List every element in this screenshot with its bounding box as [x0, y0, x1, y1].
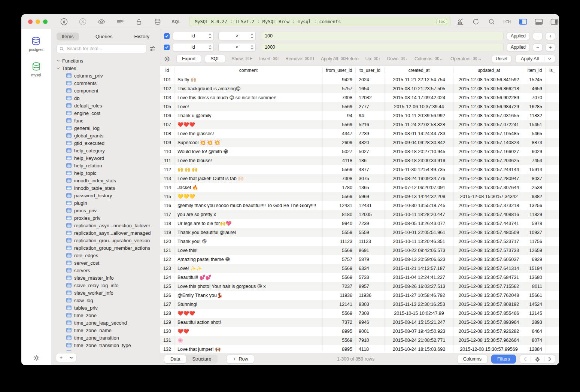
disconnect-icon[interactable]	[78, 17, 87, 26]
cell-to_user_id[interactable]: 1365	[356, 183, 385, 192]
cell-created_at[interactable]: 2015-08-07 19:43:50.923	[385, 327, 454, 336]
cell-comment[interactable]: Would love to! @mith 😁	[174, 147, 323, 156]
remove-filter-button[interactable]: −	[533, 32, 543, 40]
cell-to_user_id[interactable]: 7308	[356, 309, 385, 318]
filter-column-select[interactable]: id	[173, 32, 214, 40]
cell-item_id[interactable]: 2893	[524, 318, 546, 327]
cell-from_user_id[interactable]: 5569	[323, 165, 356, 174]
tree-group-functions[interactable]: Functions	[51, 57, 160, 64]
sidebar-table-item[interactable]: global_grants	[51, 132, 160, 139]
column-header-item_id[interactable]: item_id	[524, 67, 546, 73]
cell-updated_at[interactable]: 2015-12-08 15:30:56.902289	[454, 93, 524, 102]
apply-all-menu-button[interactable]	[544, 58, 555, 60]
cell-to_user_id[interactable]: 11936	[356, 291, 385, 300]
measure-icon[interactable]	[503, 17, 512, 26]
cell-comment[interactable]: Jacket 🔥	[174, 183, 323, 192]
sidebar-table-item[interactable]: time_zone	[51, 312, 160, 319]
search-input[interactable]	[66, 46, 143, 52]
sidebar-table-item[interactable]: help_relation	[51, 162, 160, 169]
sidebar-table-item[interactable]: general_log	[51, 124, 160, 132]
tab-items[interactable]: Items	[57, 33, 79, 40]
cell-from_user_id[interactable]: 5569	[323, 309, 356, 318]
cell-id[interactable]: 117	[160, 210, 174, 219]
sidebar-table-item[interactable]: server_cost	[51, 259, 160, 267]
cell-updated_at[interactable]: 2015-12-08 15:30:57.762048	[454, 291, 524, 300]
cell-comment[interactable]: Supercool 💥 💥 💥	[174, 138, 323, 147]
cell-comment[interactable]: Love this photo! Your hair is gorgeous 😘…	[174, 282, 323, 291]
gear-icon[interactable]	[531, 355, 544, 363]
cell-id[interactable]: 118	[160, 219, 174, 228]
cell-created_at[interactable]: 2015-09-13 14:44:32.209	[385, 192, 454, 201]
table-row[interactable]: 118Ur legs are to die for🙌💖994072392015-…	[160, 219, 559, 228]
prev-page-button[interactable]	[520, 355, 531, 363]
eye-icon[interactable]	[97, 17, 106, 26]
add-item-menu-button[interactable]	[66, 353, 76, 362]
connection-postgres[interactable]: postgres	[29, 36, 43, 52]
cell-is[interactable]	[546, 246, 559, 255]
table-row[interactable]: 129Beautiful action shot!737299462015-08…	[160, 318, 559, 327]
cell-id[interactable]: 125	[160, 282, 174, 291]
cell-to_user_id[interactable]: 5559	[356, 228, 385, 237]
cell-updated_at[interactable]: 2015-12-08 15:30:57.408816	[454, 210, 524, 219]
cell-to_user_id[interactable]: 8957	[356, 282, 385, 291]
table-row[interactable]: 105Love!556927772015-12-06 10:37:39.4420…	[160, 102, 559, 111]
cell-item_id[interactable]: 13680	[524, 273, 546, 282]
cell-updated_at[interactable]: 2015-12-08 15:30:57.573733	[454, 246, 524, 255]
cell-comment[interactable]: Thank u @emily	[174, 111, 323, 120]
cell-to_user_id[interactable]: 3075	[356, 174, 385, 183]
add-filter-button[interactable]: +	[546, 32, 555, 40]
cell-item_id[interactable]: 15451	[524, 120, 546, 129]
cell-id[interactable]: 120	[160, 237, 174, 246]
cell-from_user_id[interactable]: 7308	[323, 93, 356, 102]
cell-item_id[interactable]: 12145	[524, 309, 546, 318]
cell-is[interactable]	[546, 327, 559, 336]
sliders-icon[interactable]	[149, 46, 155, 51]
cell-item_id[interactable]: 14524	[524, 300, 546, 309]
cell-updated_at[interactable]: 2015-12-08 15:30:57.280947	[454, 174, 524, 183]
sidebar-table-item[interactable]: innodb_table_stats	[51, 184, 160, 192]
cell-comment[interactable]: Amazing pastel theme 😁	[174, 255, 323, 264]
table-row[interactable]: 125Love this photo! Your hair is gorgeou…	[160, 282, 559, 291]
cell-created_at[interactable]: 2015-10-11 13:20:46.351	[385, 237, 454, 246]
cell-updated_at[interactable]: 2015-12-08 15:30:57.99569	[454, 345, 524, 353]
cell-item_id[interactable]: 16285	[524, 102, 546, 111]
cell-id[interactable]: 103	[160, 93, 174, 102]
cell-from_user_id[interactable]: 5569	[323, 336, 356, 345]
cell-updated_at[interactable]: 2015-12-08 15:30:57.715562	[454, 282, 524, 291]
cell-id[interactable]: 132	[160, 345, 174, 353]
cell-from_user_id[interactable]: 5569	[323, 264, 356, 273]
cell-updated_at[interactable]: 2015-12-08 15:30:57.105485	[454, 129, 524, 138]
cell-from_user_id[interactable]: 5027	[323, 147, 356, 156]
cell-created_at[interactable]: 2015-11-21 14:13:57.187	[385, 264, 454, 273]
cell-from_user_id[interactable]: 9940	[323, 219, 356, 228]
cell-id[interactable]: 116	[160, 201, 174, 210]
cell-to_user_id[interactable]: 9001	[356, 327, 385, 336]
search-icon[interactable]	[487, 17, 496, 26]
filter-value-input[interactable]: 100	[261, 32, 504, 40]
cell-comment[interactable]: 🌸	[174, 336, 323, 345]
cell-updated_at[interactable]: 2015-12-08 15:30:57.166027	[454, 147, 524, 156]
cell-to_user_id[interactable]: 4820	[356, 138, 385, 147]
cell-updated_at[interactable]: 2015-12-08 15:30:56.984729	[454, 102, 524, 111]
cell-to_user_id[interactable]: 6334	[356, 264, 385, 273]
cell-from_user_id[interactable]: 11123	[323, 237, 356, 246]
cell-to_user_id[interactable]: 4118	[356, 345, 385, 353]
cell-to_user_id[interactable]: 11123	[356, 237, 385, 246]
cell-is[interactable]	[546, 282, 559, 291]
cell-item_id[interactable]: 13256	[524, 201, 546, 210]
next-page-button[interactable]	[544, 355, 555, 363]
sidebar-table-item[interactable]: replication_grou...iguration_version	[51, 237, 160, 244]
cell-updated_at[interactable]: 2015-12-08 15:30:57.072241	[454, 120, 524, 129]
cell-item_id[interactable]: 11756	[524, 237, 546, 246]
sidebar-table-item[interactable]: procs_priv	[51, 207, 160, 214]
cell-created_at[interactable]: 2015-11-21 22:12:54.754	[385, 75, 454, 84]
cell-id[interactable]: 128	[160, 309, 174, 318]
cell-item_id[interactable]: 6464	[524, 327, 546, 336]
cell-to_user_id[interactable]: 5733	[356, 273, 385, 282]
cell-comment[interactable]: Thank you! 😘	[174, 237, 323, 246]
cell-updated_at[interactable]: 2015-12-08 15:30:57.641314	[454, 264, 524, 273]
cell-item_id[interactable]: 15914	[524, 165, 546, 174]
cell-to_user_id[interactable]: 2024	[356, 75, 385, 84]
lock-icon[interactable]	[134, 17, 143, 26]
cell-updated_at[interactable]: 2015-12-08 15:30:57.926282	[454, 327, 524, 336]
